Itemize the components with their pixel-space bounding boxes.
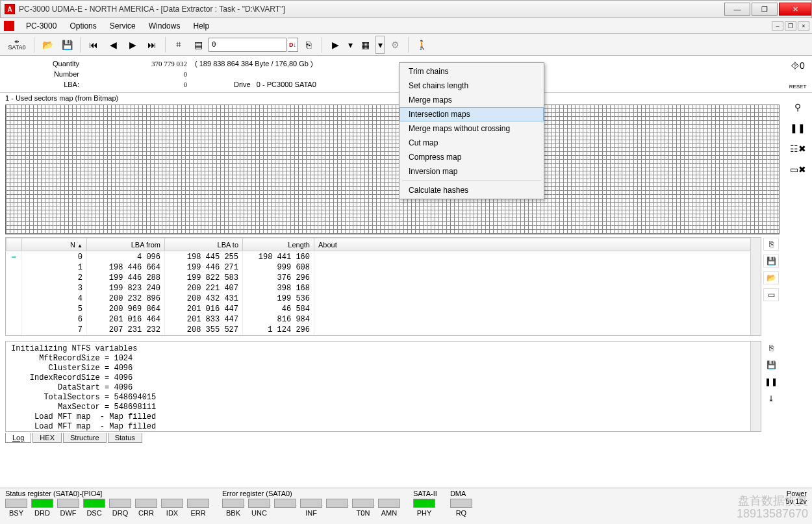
maximize-button[interactable]: ❐ — [752, 3, 778, 16]
quantity-value: 370 779 032 — [84, 60, 195, 68]
context-menu-item-intersection-maps[interactable]: Intersection maps — [400, 107, 544, 121]
table-export-icon[interactable]: ⎘ — [763, 238, 779, 251]
marker-zero-icon[interactable]: ⯑0 — [789, 58, 807, 73]
context-menu-item-merge-maps[interactable]: Merge maps — [400, 93, 544, 107]
table-save-icon[interactable]: 💾 — [763, 255, 779, 268]
menu-service[interactable]: Service — [103, 20, 142, 32]
export-icon[interactable]: ⎘ — [299, 36, 318, 54]
error-reg-bbk: BBK — [222, 499, 244, 517]
led-icon — [31, 499, 53, 508]
led-icon — [352, 499, 374, 508]
log-pause-icon[interactable]: ❚❚ — [763, 375, 779, 388]
error-reg-inf: INF — [300, 499, 322, 517]
status-bar: Status register (SATA0)-[PIO4] BSYDRDDWF… — [0, 488, 812, 524]
dropdown-icon[interactable]: ▾ — [375, 36, 385, 54]
col-lba-to[interactable]: LBA to — [165, 238, 243, 251]
nav-first-icon[interactable]: ⏮ — [84, 36, 103, 54]
context-menu-item-inversion-map[interactable]: Inversion map — [400, 164, 544, 179]
col-about[interactable]: About — [314, 238, 761, 251]
page-x-icon[interactable]: ▭✖ — [789, 162, 807, 177]
table-doc-icon[interactable]: ▭ — [763, 288, 779, 301]
menu-help[interactable]: Help — [186, 20, 216, 32]
mdi-restore-button[interactable]: ❐ — [785, 21, 796, 31]
drive-value: 0 - PC3000 SATA0 — [257, 81, 316, 88]
right-sidebar: ⯑0 RESET ⚲ ❚❚ ☷✖ ▭✖ — [785, 58, 811, 177]
mdi-close-button[interactable]: × — [798, 21, 809, 31]
status-reg-title: Status register (SATA0)-[PIO4] — [5, 490, 209, 497]
nav-prev-icon[interactable]: ◀ — [104, 36, 122, 54]
close-button[interactable]: ✕ — [779, 3, 811, 16]
list-sel-icon[interactable]: ▤ — [189, 36, 207, 54]
table-open-icon[interactable]: 📂 — [763, 271, 779, 284]
table-row[interactable]: ⇨04 096198 445 255198 441 160 — [6, 251, 761, 263]
table-row[interactable]: 2199 446 288199 822 583376 296 — [6, 273, 761, 283]
sata-title: SATA-II — [413, 490, 437, 497]
table-row[interactable]: 1198 446 664199 446 271999 608 — [6, 262, 761, 273]
context-menu-item-calculate-hashes[interactable]: Calculate hashes — [400, 183, 544, 197]
quantity-label: Quantity — [6, 60, 84, 68]
context-menu-item-trim-chains[interactable]: Trim chains — [400, 64, 544, 79]
context-menu: Trim chainsSet chains lengthMerge mapsIn… — [399, 62, 544, 199]
table-row[interactable]: 6201 016 464201 833 447816 984 — [6, 314, 761, 325]
tools-icon[interactable]: ⚙ — [386, 36, 404, 54]
number-value: 0 — [84, 70, 195, 78]
open-icon[interactable]: 📂 — [38, 36, 57, 54]
status-reg-dsc: DSC — [83, 499, 105, 517]
pause-icon[interactable]: ❚❚ — [789, 121, 807, 135]
tab-structure[interactable]: Structure — [63, 433, 107, 443]
error-reg-amn: AMN — [378, 499, 400, 517]
table-row[interactable]: 5200 969 864201 016 44746 584 — [6, 304, 761, 314]
lba-input[interactable] — [209, 38, 286, 52]
pin-icon[interactable]: ⚲ — [789, 100, 807, 114]
menu-pc3000[interactable]: PC-3000 — [19, 20, 63, 32]
error-reg-blank — [326, 499, 348, 517]
led-icon — [135, 499, 157, 508]
reset-icon[interactable]: RESET — [789, 79, 807, 94]
menubar: PC-3000 Options Service Windows Help – ❐… — [0, 18, 812, 34]
log-export-icon[interactable]: ⎘ — [763, 342, 779, 355]
col-n[interactable]: N ▲ — [22, 238, 87, 251]
exit-icon[interactable]: 🚶 — [412, 36, 431, 54]
table-row[interactable]: 3199 823 240200 221 407398 168 — [6, 283, 761, 293]
led-icon — [5, 499, 27, 508]
log-down-icon[interactable]: ⤓ — [763, 392, 779, 405]
window-title: PC-3000 UDMA-E - NORTH AMERICA - [Data E… — [19, 5, 723, 14]
col-lba-from[interactable]: LBA from — [87, 238, 165, 251]
minimize-button[interactable]: — — [724, 3, 750, 16]
mdi-minimize-button[interactable]: – — [772, 21, 783, 31]
status-reg-idx: IDX — [161, 499, 183, 517]
tab-status[interactable]: Status — [108, 433, 142, 443]
table-scrollbar[interactable] — [750, 238, 761, 335]
led-icon — [248, 499, 270, 508]
nav-last-icon[interactable]: ⏭ — [143, 36, 161, 54]
table-row[interactable]: 7207 231 232208 355 5271 124 296 — [6, 325, 761, 335]
context-menu-item-merge-maps-without-crossing[interactable]: Merge maps without crossing — [400, 121, 544, 136]
play-icon[interactable]: ▶ — [326, 36, 344, 54]
log-save-icon[interactable]: 💾 — [763, 358, 779, 371]
led-icon — [274, 499, 296, 508]
context-menu-item-cut-map[interactable]: Cut map — [400, 136, 544, 150]
nav-next-icon[interactable]: ▶ — [123, 36, 142, 54]
chart-icon[interactable]: ☷✖ — [789, 142, 807, 156]
grid-view-icon[interactable]: ▦ — [356, 36, 374, 54]
context-menu-item-set-chains-length[interactable]: Set chains length — [400, 79, 544, 93]
error-reg-blank — [274, 499, 296, 517]
context-menu-item-compress-map[interactable]: Compress map — [400, 150, 544, 164]
grid-target-icon[interactable]: ⌗ — [170, 36, 188, 54]
led-icon — [161, 499, 183, 508]
led-icon — [300, 499, 322, 508]
menu-windows[interactable]: Windows — [142, 20, 187, 32]
save-icon[interactable]: 💾 — [58, 36, 76, 54]
play-dropdown-icon[interactable]: ▾ — [346, 36, 355, 54]
menu-options[interactable]: Options — [63, 20, 103, 32]
tab-hex[interactable]: HEX — [32, 433, 62, 443]
col-length[interactable]: Length — [243, 238, 314, 251]
lba-assist-icon[interactable]: D↓ — [288, 38, 298, 52]
sector-map[interactable] — [5, 105, 780, 234]
log-text: Initializing NTFS variables MftRecordSiz… — [6, 342, 761, 434]
table-row[interactable]: 4200 232 896200 432 431199 536 — [6, 293, 761, 304]
log-scrollbar[interactable] — [750, 342, 761, 431]
sata-port-button[interactable]: ⇹SATA0 — [4, 36, 30, 54]
tab-log[interactable]: Log — [5, 433, 31, 443]
led-icon — [413, 499, 435, 508]
